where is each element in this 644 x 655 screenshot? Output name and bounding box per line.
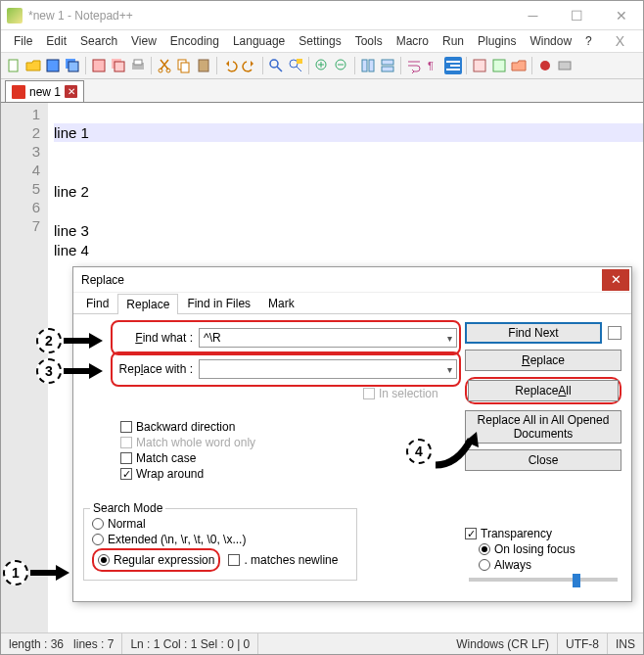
zoom-out-icon[interactable] [333,57,350,74]
sync-h-icon[interactable] [379,57,396,74]
svg-rect-24 [446,61,460,63]
replace-icon[interactable] [287,57,304,74]
new-file-icon[interactable] [5,57,23,74]
annotation-1: 1 [3,560,69,585]
svg-point-14 [270,60,278,68]
svg-rect-22 [382,67,393,71]
close-button[interactable]: ✕ [599,1,643,30]
menu-file[interactable]: File [7,32,39,50]
line-number: 3 [1,142,40,161]
status-eol[interactable]: Windows (CR LF) [448,633,558,654]
tab-replace[interactable]: Replace [117,294,178,314]
line-number: 2 [1,123,40,142]
menu-run[interactable]: Run [436,32,471,50]
replace-all-button[interactable]: Replace All [468,380,619,401]
document-tab[interactable]: new 1 ✕ [5,80,84,102]
doc-map-icon[interactable] [471,57,488,74]
menu-overflow-x[interactable]: X [609,31,631,51]
zoom-in-icon[interactable] [313,57,331,74]
radio-on-losing-focus[interactable]: On losing focus [479,542,621,556]
status-position: Ln : 1 Col : 1 Sel : 0 | 0 [122,633,258,654]
close-all-icon[interactable] [110,57,127,74]
dialog-close-icon[interactable]: ✕ [602,269,629,291]
backward-checkbox[interactable]: Backward direction [120,420,255,434]
svg-rect-30 [559,62,571,70]
record-icon[interactable] [556,57,574,74]
svg-rect-0 [9,60,18,71]
print-icon[interactable] [129,57,147,74]
func-list-icon[interactable] [490,57,508,74]
sync-v-icon[interactable] [359,57,377,74]
chevron-down-icon[interactable]: ▾ [447,364,452,375]
svg-text:¶: ¶ [428,60,434,71]
menu-plugins[interactable]: Plugins [471,32,523,50]
find-what-input[interactable]: ^\R ▾ [199,328,457,348]
replace-dialog: Replace ✕ Find Replace Find in Files Mar… [72,266,632,602]
paste-icon[interactable] [195,57,212,74]
code-line: line 4 [54,242,89,258]
svg-rect-26 [446,69,460,70]
save-icon[interactable] [44,57,62,74]
menu-tools[interactable]: Tools [348,32,390,50]
cut-icon[interactable] [156,57,173,74]
svg-rect-25 [450,65,460,67]
doc-icon [12,85,25,99]
annotation-2: 2 [36,328,103,353]
save-all-icon[interactable] [64,57,81,74]
menubar: File Edit Search View Encoding Language … [1,30,643,52]
dialog-title-bar[interactable]: Replace ✕ [73,267,631,293]
tab-mark[interactable]: Mark [259,293,303,313]
tab-find[interactable]: Find [77,293,117,313]
tab-find-in-files[interactable]: Find in Files [178,293,259,313]
annotation-3: 3 [36,358,103,384]
status-encoding[interactable]: UTF-8 [558,633,608,654]
wrap-around-checkbox[interactable]: Wrap around [120,467,255,481]
replace-with-label: Replace with : [115,362,199,376]
menu-help[interactable]: ? [578,32,599,50]
matches-newline-checkbox[interactable]: . matches newline [228,553,338,567]
svg-rect-3 [69,62,78,71]
match-case-checkbox[interactable]: Match case [120,451,255,465]
close-dialog-button[interactable]: Close [465,449,621,471]
chevron-down-icon[interactable]: ▾ [447,333,452,344]
menu-view[interactable]: View [124,32,163,50]
menu-language[interactable]: Language [226,32,292,50]
show-all-icon[interactable]: ¶ [425,57,442,74]
find-icon[interactable] [267,57,285,74]
replace-with-input[interactable]: ▾ [199,359,457,379]
code-line: line 2 [54,183,89,200]
copy-icon[interactable] [175,57,193,74]
menu-edit[interactable]: Edit [39,32,73,50]
indent-guide-icon[interactable] [444,57,462,74]
wrap-icon[interactable] [405,57,423,74]
radio-regex[interactable]: Regular expression [98,553,214,567]
maximize-button[interactable]: ☐ [555,1,599,30]
svg-rect-16 [297,59,302,64]
menu-window[interactable]: Window [523,32,578,50]
status-length: length : 36 lines : 7 [1,633,122,654]
menu-macro[interactable]: Macro [390,32,436,50]
find-next-button[interactable]: Find Next [465,322,602,344]
monitor-icon[interactable] [536,57,554,74]
search-mode-group: Search Mode Normal Extended (\n, \r, \t,… [83,508,357,581]
menu-search[interactable]: Search [73,32,124,50]
radio-always[interactable]: Always [479,558,621,572]
status-mode[interactable]: INS [608,633,643,654]
replace-button[interactable]: Replace [465,350,621,371]
undo-icon[interactable] [221,57,239,74]
menu-encoding[interactable]: Encoding [163,32,226,50]
close-file-icon[interactable] [90,57,108,74]
transparency-slider[interactable] [469,578,618,582]
folder-icon[interactable] [510,57,528,74]
tab-close-icon[interactable]: ✕ [65,85,77,98]
transparency-checkbox[interactable]: Transparency [465,527,621,540]
replace-all-docs-button[interactable]: Replace All in All Opened Documents [465,410,621,444]
find-next-dir-checkbox[interactable] [608,326,621,340]
radio-extended[interactable]: Extended (\n, \r, \t, \0, \x...) [92,533,348,546]
redo-icon[interactable] [241,57,258,74]
minimize-button[interactable]: ─ [511,1,555,30]
radio-normal[interactable]: Normal [92,517,348,531]
menu-settings[interactable]: Settings [292,32,347,50]
open-file-icon[interactable] [24,57,42,74]
dialog-buttons: Find Next Replace Replace All Replace Al… [465,322,621,471]
